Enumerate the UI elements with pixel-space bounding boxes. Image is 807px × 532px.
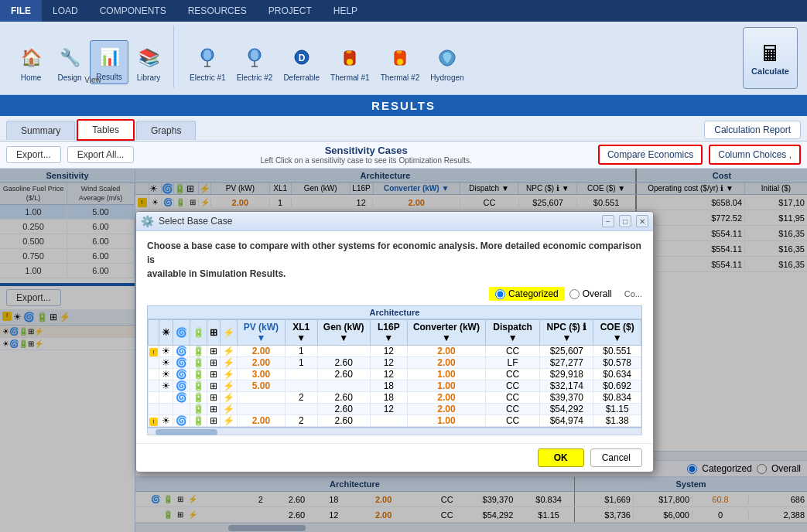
modal-close-button[interactable]: ✕ [636, 215, 648, 227]
main-content: Sensitivity Gasoline Fuel Price ($/L) Wi… [0, 169, 807, 532]
tab-tables[interactable]: Tables [77, 119, 135, 141]
modal-row-6[interactable]: ! ☀ 🌀 🔋 ⊞ ⚡ 2.00 2 2.60 [149, 415, 641, 427]
file-menu[interactable]: FILE [0, 0, 42, 22]
modal-cancel-button[interactable]: Cancel [590, 448, 642, 467]
modal-pv-6: 2.00 [238, 415, 286, 427]
modal-radio-overall-label: Overall [583, 288, 612, 299]
modal-disp-6: CC [485, 415, 539, 427]
modal-radio-overall-wrapper: Overall [569, 288, 612, 299]
tab-right-spacer: Calculation Report [704, 121, 801, 139]
tab-summary[interactable]: Summary [6, 121, 75, 140]
menu-components[interactable]: COMPONENTS [89, 2, 177, 19]
compare-economics-button[interactable]: Compare Economics [598, 145, 703, 165]
modal-disp-0: CC [485, 346, 539, 357]
modal-radio-overall[interactable] [569, 289, 580, 299]
modal-row-5[interactable]: 🔋 ⊞ ⚡ 2.60 12 2.00 CC $54,292 [149, 404, 641, 415]
electric2-button[interactable]: Electric #2 [232, 42, 278, 84]
modal-row-4[interactable]: 🌀 🔋 ⊞ ⚡ 2 2.60 18 2.00 CC [149, 392, 641, 404]
modal-row-2[interactable]: ☀ 🌀 🔋 ⊞ ⚡ 3.00 2.60 12 1.00 [149, 369, 641, 380]
thermal2-button[interactable]: Thermal #2 [376, 42, 425, 84]
design-button[interactable]: 🔧 Design [51, 42, 88, 84]
modal-row-1[interactable]: ☀ 🌀 🔋 ⊞ ⚡ 2.00 1 2.60 12 2.00 [149, 357, 641, 369]
modal-description: Choose a base case to compare with other… [147, 239, 642, 281]
nav-group: 🏠 Home 🔧 Design 📊 Results 📚 Library View [6, 26, 174, 87]
modal-pv-4 [238, 392, 286, 404]
menu-load[interactable]: LOAD [42, 2, 89, 19]
modal-pv-3: 5.00 [238, 380, 286, 392]
modal-l16p-3: 18 [370, 380, 407, 392]
modal-conv-5: 2.00 [407, 404, 485, 415]
modal-conv-3: 1.00 [407, 380, 485, 392]
th-gen-kw: Gen (kW) ▼ [317, 320, 370, 346]
menu-help[interactable]: HELP [323, 2, 368, 19]
modal-maximize-button[interactable]: □ [619, 215, 631, 227]
modal-coe-4: $0.834 [593, 392, 641, 404]
column-choices-button[interactable]: Column Choices , [709, 145, 801, 165]
modal-ok-button[interactable]: OK [538, 448, 584, 467]
modal-warn-6: ! [149, 418, 158, 426]
modal-radio-categorized-wrapper: Categorized [489, 287, 565, 301]
svg-point-13 [397, 59, 403, 65]
electric1-icon [193, 44, 221, 72]
deferrable-button[interactable]: D Deferrable [279, 42, 324, 84]
modal-radio-categorized[interactable] [495, 289, 505, 299]
menu-items: LOAD COMPONENTS RESOURCES PROJECT HELP [42, 2, 368, 19]
modal-ctrl-icon-0: ⊞ [207, 346, 221, 357]
library-button[interactable]: 📚 Library [130, 42, 167, 84]
app-layout: FILE LOAD COMPONENTS RESOURCES PROJECT H… [0, 0, 807, 532]
modal-xl1-4: 2 [285, 392, 317, 404]
export-button[interactable]: Export... [6, 146, 61, 163]
modal-coe-0: $0.551 [593, 346, 641, 357]
thermal2-icon [386, 44, 414, 72]
menu-resources[interactable]: RESOURCES [177, 2, 258, 19]
modal-body: Choose a base case to compare with other… [136, 231, 653, 443]
modal-npc-1: $27,277 [540, 357, 593, 369]
tab-graphs[interactable]: Graphs [136, 121, 196, 140]
thermal2-label: Thermal #2 [381, 73, 420, 82]
co-label: Co... [624, 289, 642, 298]
calculate-button[interactable]: 🖩 Calculate [743, 27, 798, 89]
modal-xl1-0: 1 [285, 346, 317, 357]
modal-minimize-button[interactable]: − [602, 215, 614, 227]
calc-report-button[interactable]: Calculation Report [704, 121, 801, 139]
modal-scroll-thumb[interactable] [156, 429, 217, 435]
modal-footer: OK Cancel [136, 443, 653, 472]
modal-radio-categorized-label: Categorized [508, 288, 559, 299]
modal-gen-5: 2.60 [317, 404, 370, 415]
modal-conv-6: 1.00 [407, 415, 485, 427]
hydrogen-button[interactable]: Hydrogen [426, 42, 468, 84]
modal-xl1-3 [285, 380, 317, 392]
electric2-icon [241, 44, 268, 72]
th-pv-kw: PV (kW) ▼ [238, 320, 286, 346]
svg-point-11 [347, 59, 353, 65]
modal-l16p-1: 12 [370, 357, 407, 369]
home-button[interactable]: 🏠 Home [12, 42, 50, 84]
hydrogen-label: Hydrogen [430, 73, 463, 82]
electric1-button[interactable]: Electric #1 [185, 42, 231, 84]
modal-arch-table-wrapper[interactable]: ☀ 🌀 🔋 ⊞ ⚡ PV (kW) ▼ XL1 ▼ Gen (kW) ▼ L16… [147, 319, 642, 428]
th-npc: NPC ($) ℹ ▼ [540, 320, 593, 346]
th-wind-icon: 🌀 [173, 320, 190, 346]
modal-overlay: ⚙️ Select Base Case − □ ✕ Choose a base … [0, 169, 807, 532]
modal-npc-5: $54,292 [540, 404, 593, 415]
modal-conv-4: 2.00 [407, 392, 485, 404]
design-label: Design [57, 73, 81, 82]
modal-gen-3 [317, 380, 370, 392]
modal-horizontal-scrollbar[interactable] [147, 428, 642, 435]
modal-l16p-6 [370, 415, 407, 427]
sensitivity-title: Sensitivity Cases [140, 145, 592, 156]
thermal1-button[interactable]: Thermal #1 [326, 42, 374, 84]
modal-pv-icon-0: ☀ [159, 346, 173, 357]
library-icon: 📚 [135, 44, 162, 72]
modal-row-0[interactable]: ! ☀ 🌀 🔋 ⊞ ⚡ 2.00 1 12 [149, 346, 641, 357]
th-batt-icon: 🔋 [190, 320, 207, 346]
modal-title-text: Select Base Case [159, 216, 597, 227]
modal-npc-0: $25,607 [540, 346, 593, 357]
modal-row-3[interactable]: ☀ 🌀 🔋 ⊞ ⚡ 5.00 18 1.00 [149, 380, 641, 392]
modal-gen-2: 2.60 [317, 369, 370, 380]
modal-l16p-4: 18 [370, 392, 407, 404]
modal-pv-0: 2.00 [238, 346, 286, 357]
modal-conv-2: 1.00 [407, 369, 485, 380]
menu-project[interactable]: PROJECT [258, 2, 323, 19]
export-all-button[interactable]: Export All... [67, 146, 135, 163]
